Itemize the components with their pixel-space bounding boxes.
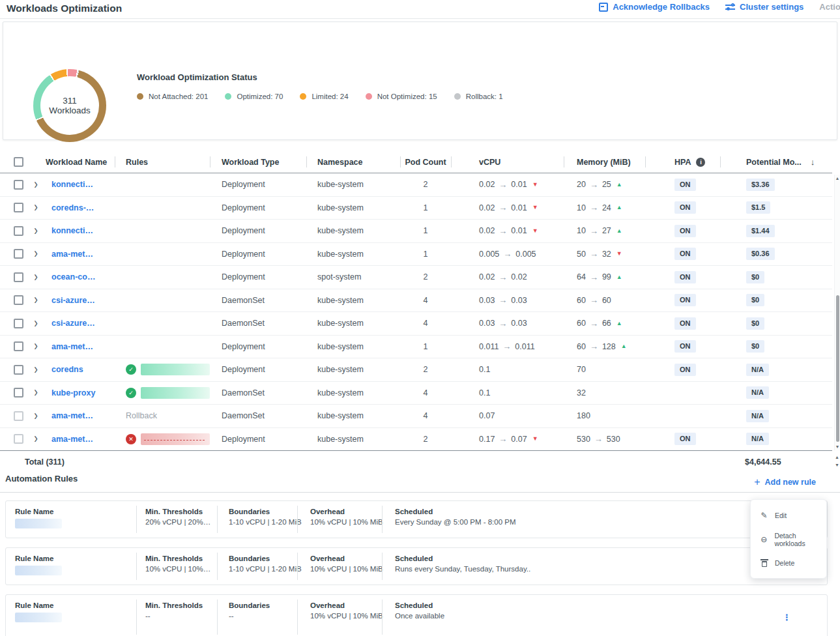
workload-name-link[interactable]: ocean-co… <box>46 272 95 282</box>
rules-cell: ✓ <box>115 382 210 405</box>
workload-name-link[interactable]: konnecti… <box>46 180 93 189</box>
page-scroll-down-icon[interactable]: ▼ <box>834 461 840 469</box>
page-scrollbar[interactable]: ▲ ▼ <box>834 454 840 473</box>
chevron-right-icon[interactable]: › <box>34 432 38 446</box>
sort-descending-icon[interactable]: ↓ <box>811 157 815 167</box>
potential-value-badge: $0.36 <box>746 248 775 260</box>
arrow-right-icon: → <box>499 434 507 444</box>
workload-name-link[interactable]: ama-met… <box>46 342 93 351</box>
page-scroll-up-icon[interactable]: ▲ <box>834 454 840 461</box>
column-workload-name[interactable]: Workload Name <box>46 151 115 173</box>
pod-count-value: 1 <box>424 250 428 259</box>
row-checkbox[interactable] <box>14 434 23 444</box>
table-scrollbar[interactable]: ▲ ▼ <box>834 175 840 450</box>
workload-name-link[interactable]: ama-met… <box>46 411 93 420</box>
row-checkbox[interactable] <box>14 341 23 351</box>
chevron-right-icon[interactable]: › <box>34 386 38 399</box>
chevron-right-icon[interactable]: › <box>34 178 38 192</box>
workload-type-value: DaemonSet <box>222 388 265 398</box>
cluster-settings-button[interactable]: Cluster settings <box>725 2 804 12</box>
table-row: ›coredns-…Deploymentkube-system10.02→0.0… <box>0 197 832 220</box>
row-checkbox[interactable] <box>14 180 23 190</box>
chevron-right-icon[interactable]: › <box>34 409 38 423</box>
workload-name-link[interactable]: coredns <box>46 365 83 374</box>
column-hpa-label: HPA <box>674 158 691 167</box>
trend-up-icon: ▲ <box>616 321 622 326</box>
table-row: ›ama-met…Deploymentkube-system10.011→0.0… <box>0 336 832 359</box>
overhead-label: Overhead <box>310 555 382 562</box>
vcpu-current: 0.02 <box>479 272 495 282</box>
pod-count-cell: 1 <box>400 220 451 242</box>
namespace-cell: kube-system <box>306 382 400 405</box>
automation-rule-card: Rule NameMin. Thresholds20% vCPU | 20%…B… <box>5 500 828 538</box>
scrollbar-thumb[interactable] <box>836 295 839 442</box>
hpa-on-badge: ON <box>674 179 696 191</box>
rule-kebab-menu-icon[interactable]: ⋮ <box>783 613 791 622</box>
chevron-right-icon[interactable]: › <box>34 201 38 214</box>
namespace-cell: kube-system <box>306 312 400 335</box>
column-vcpu[interactable]: vCPU <box>451 151 564 173</box>
donut-center-label: Workloads <box>49 106 91 115</box>
rule-name-redacted <box>141 387 210 399</box>
namespace-value: kube-system <box>317 388 364 398</box>
workload-name-cell: coredns-… <box>46 197 115 220</box>
donut-center: 311 Workloads <box>40 76 99 135</box>
row-checkbox[interactable] <box>14 295 23 305</box>
chevron-right-icon[interactable]: › <box>34 247 38 261</box>
overhead-label: Overhead <box>310 601 382 609</box>
row-checkbox[interactable] <box>14 411 23 421</box>
workload-name-link[interactable]: coredns-… <box>46 203 94 212</box>
chevron-right-icon[interactable]: › <box>34 363 38 377</box>
workload-name-link[interactable]: ama-met… <box>46 435 93 444</box>
row-checkbox[interactable] <box>14 249 23 259</box>
actions-button[interactable]: Actions <box>819 2 840 12</box>
row-checkbox[interactable] <box>14 226 23 236</box>
hpa-info-icon[interactable]: i <box>696 158 705 167</box>
workload-name-link[interactable]: kube-proxy <box>46 388 95 398</box>
workload-name-link[interactable]: ama-met… <box>46 250 93 259</box>
chevron-right-icon[interactable]: › <box>34 293 38 307</box>
memory-current: 180 <box>577 411 590 420</box>
min-thresholds-value: 20% vCPU | 20%… <box>145 518 217 526</box>
column-rules[interactable]: Rules <box>115 151 210 173</box>
column-potential[interactable]: Potential Mo... ↓ <box>720 151 832 173</box>
row-checkbox[interactable] <box>14 272 23 282</box>
column-pod-count[interactable]: Pod Count <box>400 151 451 173</box>
pod-count-value: 2 <box>424 180 428 189</box>
workload-name-link[interactable]: csi-azure… <box>46 296 95 305</box>
memory-cell: 60→66▲ <box>564 312 645 335</box>
row-checkbox[interactable] <box>14 388 23 398</box>
workload-type-value: Deployment <box>222 203 265 212</box>
column-memory[interactable]: Memory (MiB) <box>564 151 645 173</box>
column-workload-type[interactable]: Workload Type <box>210 151 306 173</box>
menu-item-edit[interactable]: ✎ Edit <box>751 505 826 526</box>
namespace-cell: spot-system <box>306 266 400 289</box>
scroll-up-icon[interactable]: ▲ <box>835 176 840 181</box>
column-workload-type-label: Workload Type <box>222 158 279 167</box>
row-expand-cell: › <box>26 358 46 381</box>
chevron-right-icon[interactable]: › <box>34 317 38 330</box>
select-all-checkbox[interactable] <box>14 157 23 167</box>
menu-item-delete[interactable]: Delete <box>751 553 826 573</box>
workload-name-link[interactable]: csi-azure… <box>46 319 95 328</box>
chevron-right-icon[interactable]: › <box>34 340 38 353</box>
workload-name-link[interactable]: konnecti… <box>46 226 93 235</box>
potential-cell: N/A <box>720 358 832 381</box>
column-namespace[interactable]: Namespace <box>306 151 400 173</box>
column-hpa[interactable]: HPA i <box>645 151 720 173</box>
row-checkbox[interactable] <box>14 319 23 328</box>
menu-item-detach-workloads[interactable]: ⊖ Detach workloads <box>751 526 826 553</box>
vcpu-current: 0.005 <box>479 250 499 259</box>
chevron-right-icon[interactable]: › <box>34 224 38 238</box>
memory-cell: 60→128▲ <box>564 336 645 358</box>
pod-count-cell: 4 <box>400 405 451 427</box>
row-checkbox[interactable] <box>14 203 23 212</box>
row-checkbox-cell <box>0 336 26 358</box>
row-checkbox[interactable] <box>14 365 23 375</box>
acknowledge-rollbacks-button[interactable]: Acknowledge Rollbacks <box>599 2 710 12</box>
scroll-down-icon[interactable]: ▼ <box>835 444 840 449</box>
add-new-rule-button[interactable]: + Add new rule <box>754 477 816 487</box>
potential-value-badge: $0 <box>746 271 764 283</box>
sliders-icon <box>725 3 735 11</box>
chevron-right-icon[interactable]: › <box>34 270 38 284</box>
